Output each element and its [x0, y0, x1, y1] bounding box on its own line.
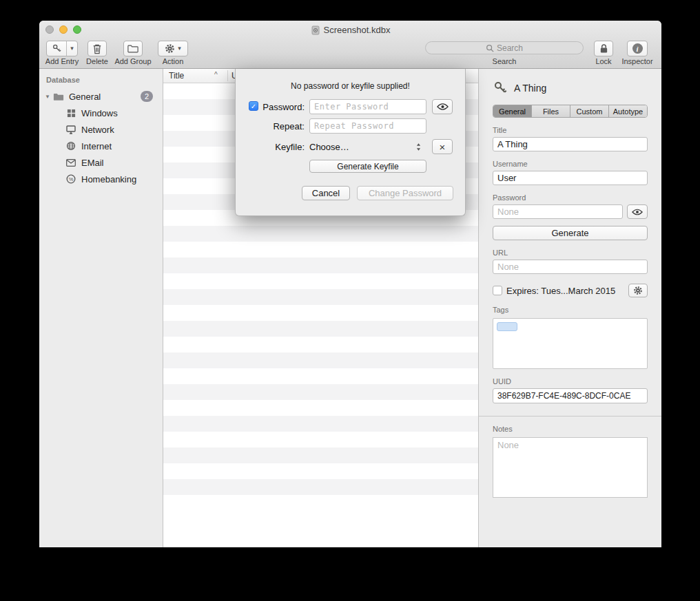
expires-row: Expires: Tues...March 2015 — [493, 284, 648, 297]
title-field-label: Title — [493, 126, 648, 134]
tags-field-label: Tags — [493, 306, 648, 314]
tab-autotype[interactable]: Autotype — [609, 105, 647, 117]
lock-icon — [599, 43, 608, 54]
eye-icon — [437, 103, 449, 110]
sidebar-item-network[interactable]: Network — [39, 121, 163, 138]
inspector-button[interactable]: i — [627, 41, 648, 56]
generate-password-button[interactable]: Generate — [493, 226, 648, 240]
delete-button[interactable] — [88, 41, 107, 56]
eye-icon — [632, 209, 643, 215]
notes-field[interactable] — [493, 437, 648, 498]
reveal-password-button[interactable] — [432, 99, 453, 114]
keyfile-value: Choose… — [309, 142, 349, 152]
windows-icon — [65, 107, 76, 118]
add-entry-button[interactable]: ▾ — [46, 41, 78, 56]
password-field-label: Password — [493, 193, 648, 202]
sidebar-item-windows[interactable]: Windows — [39, 105, 163, 121]
change-password-sheet: No password or keyfile supplied! ✓ Passw… — [235, 69, 466, 216]
info-icon: i — [632, 43, 643, 54]
sidebar-item-label: General — [69, 92, 101, 102]
cancel-button[interactable]: Cancel — [302, 186, 350, 200]
lock-button[interactable] — [594, 41, 613, 56]
tab-general[interactable]: General — [493, 105, 532, 117]
generate-keyfile-label: Generate Keyfile — [337, 162, 398, 171]
change-password-button[interactable]: Change Password — [357, 186, 453, 200]
inspector-divider — [479, 416, 661, 417]
add-group-button[interactable] — [123, 41, 143, 56]
entry-count-badge: 2 — [141, 91, 153, 102]
tab-files[interactable]: Files — [532, 105, 570, 117]
entry-title: A Thing — [514, 83, 546, 94]
search-label: Search — [425, 57, 584, 65]
column-header-title[interactable]: Title — [169, 71, 184, 81]
tab-custom[interactable]: Custom — [570, 105, 609, 117]
expires-label: Expires: Tues...March 2015 — [506, 286, 615, 296]
inspector-label: Inspector — [617, 57, 658, 65]
sidebar-item-general[interactable]: ▼ General 2 — [39, 88, 163, 105]
search-icon — [486, 44, 494, 52]
key-icon — [493, 81, 508, 96]
keyfile-popup[interactable]: Choose… — [309, 139, 426, 154]
window-title-area: Screenshot.kdbx — [39, 21, 661, 39]
sheet-message: No password or keyfile supplied! — [236, 81, 465, 91]
action-button[interactable]: ▾ — [158, 41, 188, 56]
network-icon — [65, 124, 76, 135]
password-label: Password: — [236, 102, 305, 112]
stepper-icon — [416, 143, 421, 151]
folder-icon — [53, 91, 64, 102]
sidebar-item-label: EMail — [81, 158, 104, 168]
column-divider[interactable] — [227, 70, 228, 81]
username-field[interactable] — [493, 171, 648, 185]
chevron-down-icon: ▾ — [70, 45, 74, 52]
envelope-icon — [65, 157, 76, 168]
repeat-label: Repeat: — [236, 121, 305, 131]
generate-keyfile-button[interactable]: Generate Keyfile — [309, 160, 426, 173]
expires-settings-button[interactable] — [628, 284, 648, 297]
password-input[interactable] — [309, 99, 426, 114]
change-password-button-label: Change Password — [369, 188, 442, 198]
sidebar-item-label: Windows — [81, 108, 118, 118]
sidebar: Database ▼ General 2 — [39, 69, 163, 547]
sidebar-item-homebanking[interactable]: % Homebanking — [39, 171, 163, 187]
url-field[interactable] — [493, 260, 648, 274]
sidebar-header: Database — [39, 73, 163, 88]
cancel-button-label: Cancel — [312, 188, 340, 198]
key-icon — [52, 43, 62, 54]
uuid-field[interactable] — [493, 388, 648, 403]
sidebar-item-label: Network — [81, 125, 114, 135]
clear-keyfile-button[interactable]: × — [432, 139, 453, 154]
app-window: Screenshot.kdbx ▾ Add Entry — [39, 21, 661, 547]
sort-ascending-icon: ^ — [214, 71, 218, 78]
svg-text:%: % — [69, 176, 74, 182]
password-field[interactable] — [493, 204, 623, 219]
uuid-field-label: UUID — [493, 377, 648, 386]
close-icon: × — [440, 142, 446, 152]
desktop: { "icons": { "dropdown": "▾", "disclosur… — [0, 0, 700, 601]
title-field[interactable] — [493, 137, 648, 151]
sidebar-item-email[interactable]: EMail — [39, 154, 163, 171]
document-icon — [311, 25, 320, 35]
inspector-header: A Thing — [493, 78, 648, 98]
generate-button-label: Generate — [551, 228, 588, 238]
coin-percent-icon: % — [65, 173, 76, 184]
add-entry-label: Add Entry — [41, 57, 83, 65]
chevron-down-icon: ▾ — [178, 45, 181, 52]
repeat-password-input[interactable] — [309, 118, 426, 134]
globe-icon — [65, 140, 76, 151]
expires-checkbox[interactable] — [493, 286, 502, 295]
tags-field[interactable] — [493, 318, 648, 369]
sidebar-item-internet[interactable]: Internet — [39, 138, 163, 154]
disclosure-triangle-icon[interactable]: ▼ — [45, 94, 53, 100]
url-field-label: URL — [493, 249, 648, 257]
reveal-password-button[interactable] — [627, 204, 648, 219]
action-label: Action — [143, 57, 203, 65]
titlebar: Screenshot.kdbx — [39, 21, 661, 39]
inspector-tabs: General Files Custom Autotype — [493, 105, 648, 118]
sidebar-item-label: Internet — [81, 141, 112, 151]
tag-chip[interactable] — [497, 322, 517, 331]
add-entry-dropdown[interactable]: ▾ — [67, 41, 77, 56]
folder-plus-icon — [127, 44, 138, 53]
search-placeholder: Search — [497, 43, 523, 53]
search-input[interactable]: Search — [425, 41, 584, 54]
inspector-panel: A Thing General Files Custom Autotype Ti… — [479, 69, 661, 547]
